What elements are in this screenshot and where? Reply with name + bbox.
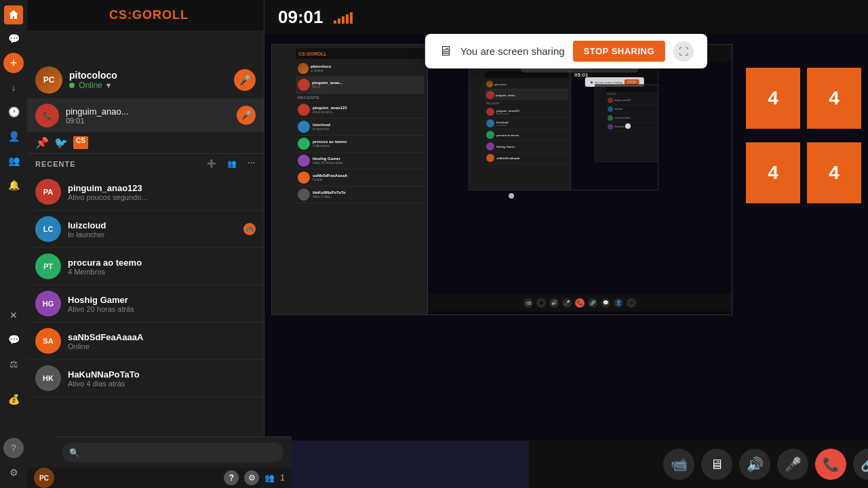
contact-info-1: luizcloud In launcher: [68, 220, 237, 239]
logo-small-icon[interactable]: CS: [73, 136, 88, 149]
contact-name-1: luizcloud: [68, 220, 237, 230]
signal-bar-4: [346, 14, 349, 24]
camera-button[interactable]: 📹: [663, 449, 694, 480]
sidebar-coin-icon[interactable]: 💰: [3, 389, 24, 409]
contact-item[interactable]: LC luizcloud In launcher 🎮: [27, 211, 264, 248]
sidebar-add-icon[interactable]: +: [3, 53, 24, 73]
contact-info-5: HaKuNNaPoTaTo Ativo 4 dias atrás: [68, 369, 256, 388]
chat-toolbar: 📌 🐦 CS: [27, 132, 264, 154]
recursive-layer-1: CS:GOROLL pitocoloco ● Online pinguim_an…: [271, 44, 732, 315]
search-input[interactable]: [62, 443, 283, 462]
mic-button[interactable]: 🎤: [234, 69, 256, 91]
call-controls-bar: 📹 🖥 🔊 🎤 📞 🔗 💬 👤 ⚙: [529, 441, 868, 488]
logo-text: CS:GOROLL: [109, 8, 189, 22]
layer1-sidebar: [272, 45, 292, 314]
help-button[interactable]: ?: [224, 470, 239, 485]
sidebar-scale-icon[interactable]: ⚖: [3, 354, 24, 374]
recente-icons: ➕ 👥 ⋯: [207, 159, 256, 168]
sidebar-help-icon[interactable]: ?: [3, 438, 24, 458]
contact-name-0: pinguim_anao123: [68, 183, 256, 193]
contact-name-2: procura ao teemo: [68, 258, 256, 268]
stop-sharing-button[interactable]: STOP SHARING: [573, 41, 665, 62]
contact-avatar-4: SA: [35, 328, 61, 354]
game-box-4: 4: [746, 142, 800, 203]
user-info: pitocoloco Online ▼: [69, 70, 227, 90]
contact-item[interactable]: SA saNbSdFeaAaaaA Online: [27, 323, 264, 360]
mini-contact-1: luizcloudIn launcher: [296, 119, 424, 136]
mini-av-4: [298, 171, 310, 184]
sidebar-settings-icon[interactable]: ⚙: [3, 462, 24, 483]
group-count: 1: [280, 473, 285, 483]
sidebar-messages-icon[interactable]: 💬: [3, 329, 24, 350]
contact-avatar-0: PA: [35, 179, 61, 205]
sidebar-home-icon[interactable]: [4, 5, 23, 24]
sidebar-person-icon[interactable]: 👤: [3, 126, 24, 146]
contact-avatar-3: HG: [35, 291, 61, 317]
game-box-3: 4: [807, 142, 861, 203]
layer1-chat: CS:GOROLL pitocoloco ● Online pinguim_an…: [292, 45, 428, 314]
sidebar-chat-icon[interactable]: 💬: [3, 28, 24, 49]
screen-share-icon: 🖥: [439, 43, 452, 59]
time-display: 09:01: [278, 7, 323, 28]
active-call-row[interactable]: 📞 pinguim_anao... 09:01 🎤: [27, 98, 264, 132]
nano-contact-0: pinguim_anao123: [606, 96, 658, 105]
nano-contact-1: luizcloud: [606, 105, 658, 114]
layer2-sidebar: [469, 69, 483, 190]
tiny-av-4: [486, 154, 494, 162]
twitter-icon[interactable]: 🐦: [54, 136, 68, 149]
filter-icon[interactable]: ⋯: [248, 159, 256, 168]
contact-badge-1: 🎮: [243, 223, 256, 235]
mini-av-5: [298, 188, 310, 201]
sidebar-close-icon[interactable]: ✕: [3, 305, 24, 325]
settings-button[interactable]: ⚙: [244, 470, 259, 485]
sidebar-download-icon[interactable]: ↓: [3, 77, 24, 98]
call-name: pinguim_anao...: [66, 106, 230, 117]
screen-share-text: You are screen sharing: [460, 45, 565, 57]
contact-status-0: Ativo poucos segundo...: [68, 193, 256, 201]
tiny-av-3: [486, 142, 494, 150]
sidebar-group-icon[interactable]: 👥: [3, 150, 24, 171]
contact-status-1: In launcher: [68, 230, 237, 239]
link-button[interactable]: 🔗: [853, 449, 868, 480]
contact-name-5: HaKuNNaPoTaTo: [68, 369, 256, 380]
signal-bar-3: [342, 16, 344, 24]
contact-item[interactable]: PA pinguim_anao123 Ativo poucos segundo.…: [27, 174, 264, 211]
contact-name-3: Hoshig Gamer: [68, 295, 256, 305]
tiny-av-2: [486, 131, 494, 139]
add-contact-icon[interactable]: ➕: [207, 159, 217, 168]
game-box-4-value: 4: [768, 162, 778, 184]
tiny-av-1: [486, 119, 494, 127]
nano-contact-3: Hoshig Gamer: [606, 123, 658, 131]
contact-name-4: saNbSdFeaAaaaA: [68, 332, 256, 342]
contact-item[interactable]: HK HaKuNNaPoTaTo Ativo 4 dias atrás: [27, 360, 264, 397]
game-box-1: 4: [807, 68, 861, 129]
sidebar-time-icon[interactable]: 🕐: [3, 102, 24, 122]
nano-av-2: [608, 115, 613, 121]
signal-bar-1: [334, 20, 336, 24]
layer1-main: 09:01 🖥 You are screen sharing STOP SHAR…: [428, 45, 732, 314]
contact-item[interactable]: HG Hoshig Gamer Ativo 20 horas atrás: [27, 285, 264, 323]
microphone-button[interactable]: 🎤: [777, 449, 808, 480]
game-box-1-value: 4: [829, 87, 840, 109]
sidebar-bell-icon[interactable]: 🔔: [3, 175, 24, 195]
chat-header: PC pitocoloco Online ▼ 🎤: [27, 61, 264, 98]
call-mic-button[interactable]: 🎤: [237, 106, 256, 125]
tiny-contact-1: luizcloudIn launcher: [485, 118, 568, 129]
recente-text: RECENTE: [35, 160, 76, 168]
main-topbar: 09:01: [264, 0, 868, 34]
mini-av-2: [298, 138, 310, 150]
nano-av-1: [608, 106, 613, 112]
signal-bars: [334, 10, 353, 24]
nano-av-0: [608, 98, 613, 103]
end-call-button[interactable]: 📞: [815, 449, 846, 480]
recursive-layer-3: RECENTE pinguim_anao123 luizcloud: [595, 84, 658, 162]
layer3-sidebar: [595, 85, 605, 161]
pin-icon[interactable]: 📌: [35, 136, 49, 149]
screenshare-button[interactable]: 🖥: [701, 449, 732, 480]
tiny-contact-4: saNbSdFeaAaaaA: [485, 152, 568, 164]
speaker-button[interactable]: 🔊: [739, 449, 770, 480]
contact-item[interactable]: PT procura ao teemo 4 Membros: [27, 248, 264, 285]
group-icon[interactable]: 👥: [227, 159, 237, 168]
expand-button[interactable]: ⛶: [673, 41, 694, 62]
app-logo: CS:GOROLL: [27, 0, 264, 30]
